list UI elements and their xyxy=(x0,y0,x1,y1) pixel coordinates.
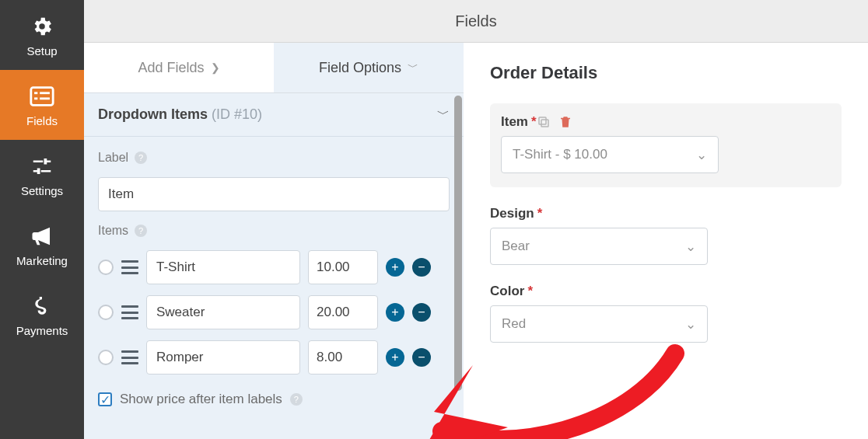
show-price-checkbox-row[interactable]: ✓ Show price after item labels ? xyxy=(98,387,450,407)
chevron-down-icon: ⌄ xyxy=(685,239,696,255)
section-header[interactable]: Dropdown Items (ID #10) ﹀ xyxy=(84,93,464,137)
help-icon[interactable]: ? xyxy=(135,152,147,164)
drag-handle-icon[interactable] xyxy=(121,260,138,274)
gear-icon xyxy=(29,13,55,40)
item-row: + − xyxy=(98,295,450,329)
checkbox-icon[interactable]: ✓ xyxy=(98,392,112,406)
item-select[interactable]: T-Shirt - $ 10.00 ⌄ xyxy=(501,136,719,173)
sidebar-item-label: Payments xyxy=(16,324,68,337)
scrollbar-thumb[interactable] xyxy=(454,96,462,391)
svg-rect-0 xyxy=(31,87,53,105)
add-item-button[interactable]: + xyxy=(386,258,404,277)
design-select[interactable]: Bear ⌄ xyxy=(490,228,708,265)
chevron-down-icon: ⌄ xyxy=(696,147,707,163)
help-icon[interactable]: ? xyxy=(290,393,303,406)
svg-rect-6 xyxy=(539,117,546,124)
add-item-button[interactable]: + xyxy=(386,303,404,322)
tab-label: Add Fields xyxy=(138,60,204,76)
sidebar-item-label: Fields xyxy=(26,114,58,127)
tab-add-fields[interactable]: Add Fields ❯ xyxy=(84,43,274,92)
required-asterisk: * xyxy=(527,284,533,299)
sidebar: Setup Fields Settings Marketing Payments xyxy=(0,0,84,439)
select-value: Red xyxy=(502,316,526,332)
item-row: + − xyxy=(98,340,450,375)
preview-field-item[interactable]: Item* T-Shirt - $ 10.00 ⌄ xyxy=(490,103,842,187)
preview-field-color[interactable]: Color* Red ⌄ xyxy=(490,284,842,343)
topbar: Fields xyxy=(84,0,868,43)
chevron-down-icon: ⌄ xyxy=(685,316,696,333)
checkbox-label: Show price after item labels xyxy=(120,392,282,407)
item-price-input[interactable] xyxy=(308,250,378,284)
duplicate-icon[interactable] xyxy=(537,115,551,129)
select-value: Bear xyxy=(502,239,530,254)
trash-icon[interactable] xyxy=(558,115,572,129)
drag-handle-icon[interactable] xyxy=(121,305,138,319)
items-heading: Items ? xyxy=(98,224,450,238)
drag-handle-icon[interactable] xyxy=(121,350,138,364)
chevron-right-icon: ❯ xyxy=(211,61,220,74)
dollar-icon xyxy=(29,293,55,319)
item-row: + − xyxy=(98,250,450,284)
remove-item-button[interactable]: − xyxy=(412,303,431,322)
default-radio[interactable] xyxy=(98,305,114,320)
sidebar-item-setup[interactable]: Setup xyxy=(0,0,84,70)
sidebar-item-settings[interactable]: Settings xyxy=(0,140,84,210)
preview-field-design[interactable]: Design* Bear ⌄ xyxy=(490,206,842,265)
sidebar-item-payments[interactable]: Payments xyxy=(0,280,84,350)
list-icon xyxy=(29,83,55,110)
default-radio[interactable] xyxy=(98,350,114,365)
item-name-input[interactable] xyxy=(146,250,300,284)
bullhorn-icon xyxy=(29,223,55,249)
field-label: Design xyxy=(490,206,534,221)
item-name-input[interactable] xyxy=(146,340,300,375)
svg-rect-4 xyxy=(40,97,50,99)
items-list: + − + − xyxy=(98,250,450,375)
sidebar-item-label: Setup xyxy=(26,44,57,57)
main-column: Fields Add Fields ❯ Field Options ﹀ Drop… xyxy=(84,0,868,439)
section-title: Dropdown Items (ID #10) xyxy=(98,106,262,123)
svg-rect-2 xyxy=(40,92,50,94)
svg-rect-5 xyxy=(541,120,548,127)
item-price-input[interactable] xyxy=(308,295,378,329)
help-icon[interactable]: ? xyxy=(135,225,147,237)
required-asterisk: * xyxy=(537,206,543,221)
item-name-input[interactable] xyxy=(146,295,300,329)
default-radio[interactable] xyxy=(98,260,114,275)
tab-label: Field Options xyxy=(319,60,401,76)
form-preview: Order Details Item* T-Shirt - $ 10.00 xyxy=(464,43,868,439)
sidebar-item-label: Settings xyxy=(21,184,63,197)
remove-item-button[interactable]: − xyxy=(412,348,431,367)
chevron-down-icon: ﹀ xyxy=(437,106,450,123)
field-label: Item xyxy=(501,114,528,130)
section-id: (ID #10) xyxy=(212,106,262,122)
add-item-button[interactable]: + xyxy=(386,348,404,367)
options-panel: Add Fields ❯ Field Options ﹀ Dropdown It… xyxy=(84,43,464,439)
tab-field-options[interactable]: Field Options ﹀ xyxy=(274,43,464,92)
page-title: Fields xyxy=(455,12,496,30)
sidebar-item-label: Marketing xyxy=(16,254,68,267)
remove-item-button[interactable]: − xyxy=(412,258,431,277)
sidebar-item-fields[interactable]: Fields xyxy=(0,70,84,140)
label-input[interactable] xyxy=(98,177,450,211)
item-price-input[interactable] xyxy=(308,340,378,375)
label-heading: Label ? xyxy=(98,151,450,165)
color-select[interactable]: Red ⌄ xyxy=(490,305,708,343)
sidebar-item-marketing[interactable]: Marketing xyxy=(0,210,84,280)
field-label: Color xyxy=(490,284,524,299)
scrollbar[interactable] xyxy=(453,43,464,439)
svg-rect-3 xyxy=(34,97,37,99)
preview-title: Order Details xyxy=(490,63,842,83)
chevron-down-icon: ﹀ xyxy=(408,61,418,75)
panel-tabs: Add Fields ❯ Field Options ﹀ xyxy=(84,43,464,93)
sliders-icon xyxy=(29,153,55,179)
select-value: T-Shirt - $ 10.00 xyxy=(513,147,607,162)
required-asterisk: * xyxy=(531,114,537,130)
svg-rect-1 xyxy=(34,92,37,94)
